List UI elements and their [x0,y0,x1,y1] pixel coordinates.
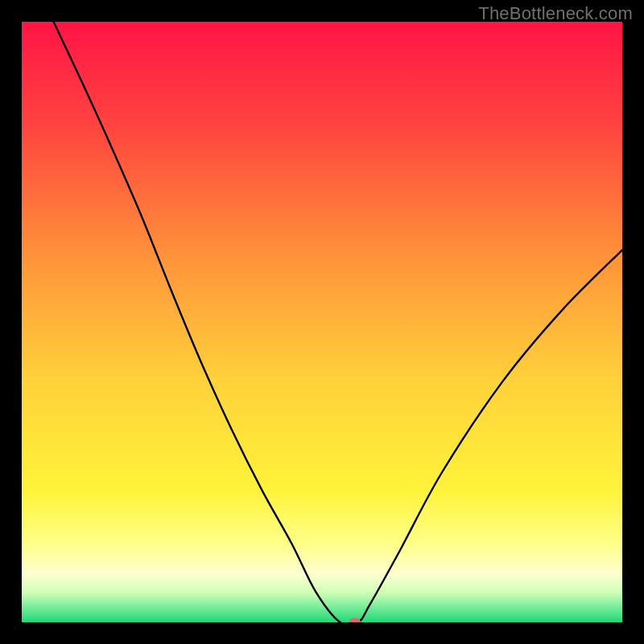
bottleneck-chart [22,22,622,622]
plot-area [22,22,622,622]
chart-frame: TheBottleneck.com [0,0,644,644]
gradient-background [22,22,622,622]
watermark-label: TheBottleneck.com [478,3,633,24]
